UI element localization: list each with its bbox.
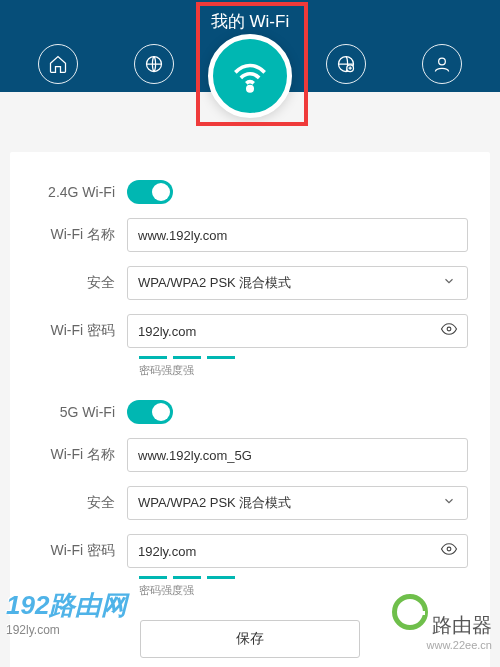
wifi5-password-label: Wi-Fi 密码: [32, 542, 127, 560]
wifi5-security-select[interactable]: [127, 486, 468, 520]
wifi5-security-label: 安全: [32, 494, 127, 512]
wifi5-name-label: Wi-Fi 名称: [32, 446, 127, 464]
svg-point-4: [248, 87, 252, 91]
active-tab-badge: [208, 34, 292, 118]
eye-icon[interactable]: [440, 540, 458, 562]
page-title: 我的 Wi-Fi: [0, 0, 500, 33]
save-button[interactable]: 保存: [140, 620, 360, 658]
wifi5-strength-text: 密码强度强: [139, 583, 468, 598]
wifi5-section-label: 5G Wi-Fi: [32, 404, 127, 420]
wifi24-security-label: 安全: [32, 274, 127, 292]
wifi5-toggle[interactable]: [127, 400, 173, 424]
wifi24-name-input[interactable]: [127, 218, 468, 252]
wifi24-name-label: Wi-Fi 名称: [32, 226, 127, 244]
wifi5-strength: 密码强度强: [139, 576, 468, 598]
wifi24-strength: 密码强度强: [139, 356, 468, 378]
nav-home-icon[interactable]: [38, 44, 78, 84]
wifi24-strength-text: 密码强度强: [139, 363, 468, 378]
wifi5-name-input[interactable]: [127, 438, 468, 472]
eye-icon[interactable]: [440, 320, 458, 342]
wifi-tab-icon[interactable]: [208, 34, 292, 118]
nav-globe-icon[interactable]: [134, 44, 174, 84]
wifi24-password-label: Wi-Fi 密码: [32, 322, 127, 340]
wifi5-password-input[interactable]: [127, 534, 468, 568]
svg-point-6: [447, 547, 451, 551]
nav-globe-settings-icon[interactable]: [326, 44, 366, 84]
settings-card: 2.4G Wi-Fi Wi-Fi 名称 安全 Wi-Fi 密码 密码强度强 5G…: [10, 152, 490, 667]
nav-user-icon[interactable]: [422, 44, 462, 84]
wifi24-password-input[interactable]: [127, 314, 468, 348]
wifi24-section-label: 2.4G Wi-Fi: [32, 184, 127, 200]
wifi24-toggle[interactable]: [127, 180, 173, 204]
wifi24-security-select[interactable]: [127, 266, 468, 300]
svg-point-5: [447, 327, 451, 331]
svg-point-3: [439, 58, 446, 65]
